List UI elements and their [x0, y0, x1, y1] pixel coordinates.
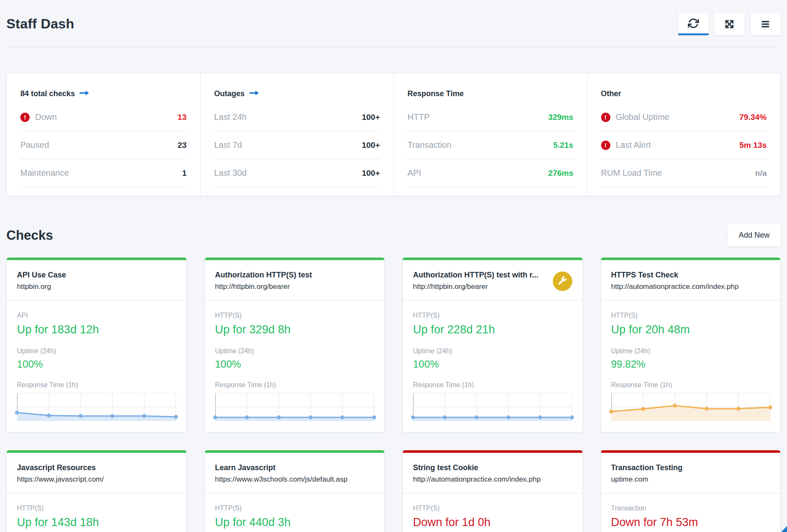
summary-row-value: 13	[177, 113, 186, 122]
summary-row-label: API	[407, 168, 421, 178]
uptime-label: Uptime (24h)	[413, 347, 572, 355]
summary-row-label: Paused	[20, 140, 49, 150]
checks-grid: API Use Case httpbin.org API Up for 183d…	[6, 258, 781, 532]
summary-row-value: 276ms	[548, 169, 573, 178]
check-url: http://automationpractice.com/index.php	[611, 283, 770, 291]
summary-column-title: Outages	[214, 89, 245, 98]
check-type: HTTP(S)	[413, 312, 572, 319]
check-status: Down for 1d 0h	[413, 516, 572, 529]
summary-row: RUM Load Time n/a	[601, 159, 767, 187]
expand-button[interactable]	[714, 13, 745, 35]
outages-link[interactable]: Outages	[214, 89, 380, 98]
summary-row: HTTP 329ms	[407, 103, 574, 131]
check-card[interactable]: HTTPS Test Check http://automationpracti…	[601, 258, 781, 432]
check-title: Learn Javascript	[215, 463, 374, 472]
summary-row-value: 5.21s	[553, 141, 574, 150]
check-type: API	[17, 312, 176, 319]
summary-row-label: Maintenance	[20, 168, 69, 178]
summary-row-label: RUM Load Time	[601, 168, 662, 178]
check-type: HTTP(S)	[611, 312, 770, 319]
summary-row-value: 329ms	[548, 113, 573, 122]
summary-row: !Down 13	[20, 103, 187, 131]
summary-row-label: Last Alert	[616, 140, 651, 150]
summary-row-value: 100+	[362, 141, 380, 150]
alert-icon: !	[601, 113, 610, 122]
check-url: uptime.com	[611, 475, 770, 484]
summary-row: Last 30d 100+	[214, 159, 380, 187]
uptime-label: Uptime (24h)	[611, 347, 770, 355]
check-type: Transaction	[611, 504, 770, 512]
checks-section-header: Checks Add New	[6, 224, 781, 247]
page-title: Staff Dash	[6, 16, 74, 32]
summary-row-value: 5m 13s	[740, 141, 767, 150]
check-title: HTTPS Test Check	[611, 271, 770, 280]
response-time-label: Response Time (1h)	[17, 381, 176, 389]
check-card[interactable]: Authorization HTTP(S) test with r... htt…	[402, 258, 583, 432]
uptime-value: 99.82%	[611, 358, 770, 370]
summary-column-other: Other !Global Uptime 79.34% !Last Alert …	[587, 73, 781, 196]
check-title: Javascript Resources	[17, 463, 176, 472]
response-time-label: Response Time (1h)	[611, 381, 770, 389]
response-time-sparkline	[215, 393, 374, 421]
check-title: Authorization HTTP(S) test with r...	[413, 271, 549, 280]
summary-column-title: Other	[601, 89, 621, 98]
check-status: Up for 440d 3h	[215, 516, 374, 529]
summary-column-title: Response Time	[407, 89, 464, 98]
check-card[interactable]: String test Cookie http://automationprac…	[402, 450, 583, 532]
uptime-label: Uptime (24h)	[17, 347, 176, 355]
check-status: Up for 183d 12h	[17, 323, 176, 336]
summary-column-response-time: Response Time HTTP 329ms Transaction 5.2…	[394, 73, 587, 196]
corner-widget-triangle[interactable]	[781, 526, 787, 532]
check-card[interactable]: Authorization HTTP(S) test http://httpbi…	[205, 258, 385, 432]
check-title: String test Cookie	[413, 463, 572, 472]
page-header: Staff Dash	[6, 0, 781, 35]
summary-row-value: 1	[182, 169, 187, 178]
hamburger-menu-icon	[760, 19, 771, 30]
check-type: HTTP(S)	[413, 504, 572, 512]
summary-row-value: 100+	[362, 113, 380, 122]
add-new-button[interactable]: Add New	[728, 224, 781, 247]
summary-row-value: 23	[177, 141, 186, 150]
check-url: https://www.javascript.com/	[17, 475, 176, 484]
header-toolbar	[678, 13, 781, 35]
check-url: http://automationpractice.com/index.php	[413, 475, 572, 484]
summary-strip: 84 total checks !Down 13 Paused 23 Maint…	[6, 73, 781, 196]
summary-row: API 276ms	[407, 159, 574, 187]
check-type: HTTP(S)	[215, 504, 374, 512]
check-url: httpbin.org	[17, 283, 176, 291]
check-card[interactable]: API Use Case httpbin.org API Up for 183d…	[6, 258, 187, 432]
arrow-right-icon	[249, 89, 259, 98]
refresh-icon	[688, 18, 699, 29]
check-card[interactable]: Transaction Testing uptime.com Transacti…	[601, 450, 781, 532]
summary-row: Last 24h 100+	[214, 103, 380, 131]
response-time-label: Response Time (1h)	[413, 381, 572, 389]
check-url: http://httpbin.org/bearer	[413, 283, 549, 291]
summary-row-value: 79.34%	[740, 113, 767, 122]
alert-icon: !	[20, 113, 30, 122]
check-card[interactable]: Learn Javascript https://www.w3schools.c…	[205, 450, 385, 532]
check-status: Up for 228d 21h	[413, 323, 572, 336]
menu-button[interactable]	[750, 13, 781, 35]
check-title: Transaction Testing	[611, 463, 770, 472]
checks-heading: Checks	[6, 228, 53, 243]
check-status: Up for 329d 8h	[215, 323, 374, 336]
summary-row: !Global Uptime 79.34%	[601, 103, 767, 131]
header-divider	[6, 47, 781, 47]
response-time-sparkline	[611, 393, 770, 421]
uptime-value: 100%	[413, 358, 572, 370]
summary-row: Transaction 5.21s	[407, 131, 574, 159]
check-card[interactable]: Javascript Resources https://www.javascr…	[6, 450, 187, 532]
total-checks-link[interactable]: 84 total checks	[20, 89, 187, 98]
refresh-button[interactable]	[678, 13, 709, 35]
summary-row: Maintenance 1	[20, 159, 187, 187]
alert-icon: !	[601, 141, 610, 150]
uptime-value: 100%	[17, 358, 176, 370]
check-url: http://httpbin.org/bearer	[215, 283, 374, 291]
response-time-label: Response Time (1h)	[215, 381, 374, 389]
summary-column-title: 84 total checks	[20, 89, 75, 98]
check-title: API Use Case	[17, 271, 176, 280]
summary-row-label: HTTP	[407, 112, 430, 122]
summary-column-outages: Outages Last 24h 100+ Last 7d 100+ Last …	[200, 73, 394, 196]
summary-row-label: Global Uptime	[616, 112, 670, 122]
summary-row-label: Last 24h	[214, 112, 247, 122]
